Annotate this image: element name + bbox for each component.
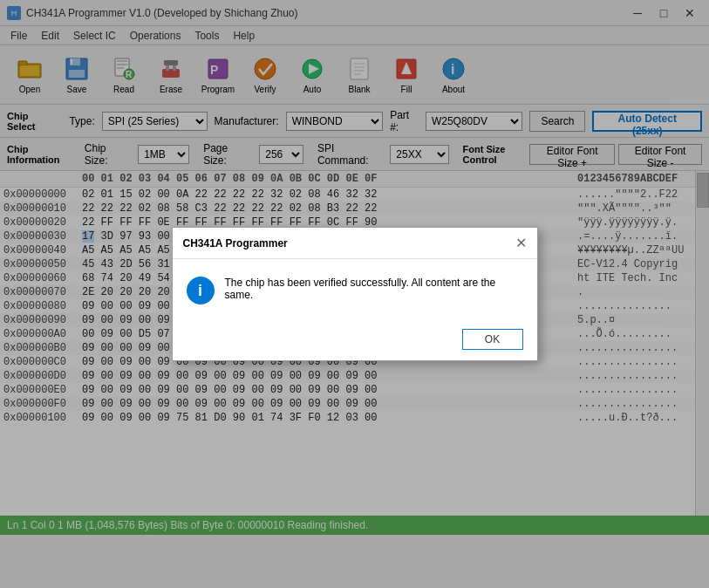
dialog-message-line2: same.	[225, 289, 496, 301]
dialog-close-button[interactable]: ✕	[515, 235, 527, 251]
dialog-footer: OK	[173, 322, 537, 360]
dialog-message: The chip has been verified successfully.…	[225, 277, 496, 301]
dialog-info-icon: i	[187, 277, 215, 304]
dialog-body: i The chip has been verified successfull…	[173, 259, 537, 322]
dialog-title-bar: CH341A Programmer ✕	[173, 228, 537, 259]
dialog-message-line1: The chip has been verified successfully.…	[225, 277, 496, 289]
dialog-overlay: CH341A Programmer ✕ i The chip has been …	[0, 0, 709, 588]
dialog-title-text: CH341A Programmer	[183, 237, 288, 250]
dialog-ok-button[interactable]: OK	[462, 329, 523, 350]
dialog: CH341A Programmer ✕ i The chip has been …	[172, 227, 538, 361]
